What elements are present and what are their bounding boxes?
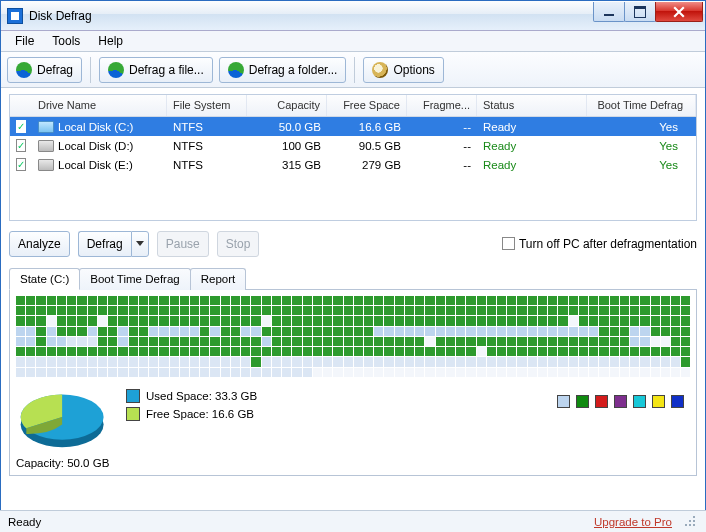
- toolbar-defrag-button[interactable]: Defrag: [7, 57, 82, 83]
- drive-list-header: Drive Name File System Capacity Free Spa…: [10, 95, 696, 117]
- turnoff-checkbox[interactable]: Turn off PC after defragmentation: [502, 237, 697, 251]
- action-row: Analyze Defrag Pause Stop Turn off PC af…: [9, 231, 697, 257]
- drive-icon: [38, 140, 54, 152]
- menu-help[interactable]: Help: [90, 32, 131, 50]
- checkbox-icon: [502, 237, 515, 250]
- col-drive[interactable]: Drive Name: [32, 95, 167, 116]
- menu-bar: File Tools Help: [1, 31, 705, 52]
- drive-checkbox[interactable]: [16, 158, 26, 171]
- defrag-icon: [16, 62, 32, 78]
- cluster-legend: [557, 395, 684, 408]
- legend-swatch: [576, 395, 589, 408]
- col-capacity[interactable]: Capacity: [247, 95, 327, 116]
- drive-icon: [38, 121, 54, 133]
- used-swatch: [126, 389, 140, 403]
- minimize-button[interactable]: [593, 2, 625, 22]
- resize-grip[interactable]: [684, 515, 698, 529]
- col-status[interactable]: Status: [477, 95, 587, 116]
- legend-swatch: [652, 395, 665, 408]
- legend-swatch: [557, 395, 570, 408]
- legend-swatch: [614, 395, 627, 408]
- window-title: Disk Defrag: [29, 9, 594, 23]
- col-boot[interactable]: Boot Time Defrag: [587, 95, 696, 116]
- disk-usage-pie: [16, 385, 112, 451]
- drive-checkbox[interactable]: [16, 120, 26, 133]
- legend-swatch: [671, 395, 684, 408]
- toolbar: Defrag Defrag a file... Defrag a folder.…: [1, 52, 705, 88]
- status-text: Ready: [8, 516, 41, 528]
- close-button[interactable]: [655, 2, 703, 22]
- col-fs[interactable]: File System: [167, 95, 247, 116]
- tab-strip: State (C:) Boot Time Defrag Report: [9, 267, 697, 289]
- drive-row[interactable]: Local Disk (D:)NTFS100 GB90.5 GB--ReadyY…: [10, 136, 696, 155]
- tab-content: Used Space: 33.3 GB Free Space: 16.6 GB …: [9, 289, 697, 476]
- maximize-button[interactable]: [624, 2, 656, 22]
- defrag-file-icon: [108, 62, 124, 78]
- defrag-folder-icon: [228, 62, 244, 78]
- legend-swatch: [595, 395, 608, 408]
- legend-free: Free Space: 16.6 GB: [126, 407, 257, 421]
- upgrade-link[interactable]: Upgrade to Pro: [594, 516, 672, 528]
- drive-list: Drive Name File System Capacity Free Spa…: [9, 94, 697, 221]
- tab-report[interactable]: Report: [190, 268, 247, 290]
- gear-icon: [372, 62, 388, 78]
- chevron-down-icon: [136, 241, 144, 247]
- pause-button[interactable]: Pause: [157, 231, 209, 257]
- tab-boot-time-defrag[interactable]: Boot Time Defrag: [79, 268, 190, 290]
- drive-checkbox[interactable]: [16, 139, 26, 152]
- drive-icon: [38, 159, 54, 171]
- menu-tools[interactable]: Tools: [44, 32, 88, 50]
- col-frag[interactable]: Fragme...: [407, 95, 477, 116]
- free-swatch: [126, 407, 140, 421]
- toolbar-defrag-file-button[interactable]: Defrag a file...: [99, 57, 213, 83]
- drive-row[interactable]: Local Disk (C:)NTFS50.0 GB16.6 GB--Ready…: [10, 117, 696, 136]
- drive-row[interactable]: Local Disk (E:)NTFS315 GB279 GB--ReadyYe…: [10, 155, 696, 174]
- defrag-split-button[interactable]: Defrag: [78, 231, 149, 257]
- toolbar-options-button[interactable]: Options: [363, 57, 443, 83]
- toolbar-defrag-folder-button[interactable]: Defrag a folder...: [219, 57, 347, 83]
- status-bar: Ready Upgrade to Pro: [0, 510, 706, 532]
- cluster-map: [16, 296, 690, 377]
- app-icon: [7, 8, 23, 24]
- defrag-dropdown-arrow[interactable]: [131, 231, 149, 257]
- title-bar: Disk Defrag: [1, 1, 705, 31]
- menu-file[interactable]: File: [7, 32, 42, 50]
- tab-state[interactable]: State (C:): [9, 268, 80, 290]
- legend-used: Used Space: 33.3 GB: [126, 389, 257, 403]
- analyze-button[interactable]: Analyze: [9, 231, 70, 257]
- stop-button[interactable]: Stop: [217, 231, 260, 257]
- col-free[interactable]: Free Space: [327, 95, 407, 116]
- legend-swatch: [633, 395, 646, 408]
- capacity-label: Capacity: 50.0 GB: [16, 457, 690, 469]
